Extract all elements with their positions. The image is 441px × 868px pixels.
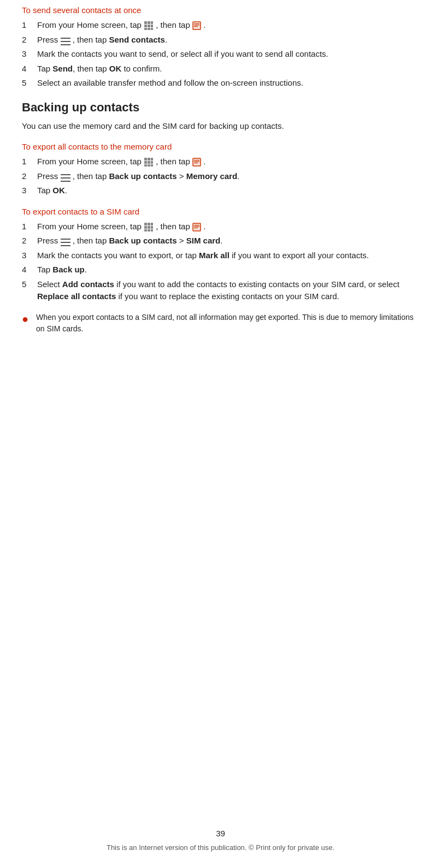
bold-text: Back up [52,265,84,274]
contacts-icon [192,223,201,231]
step-number: 2 [22,34,31,46]
svg-rect-22 [151,161,153,164]
step-text: Tap Send, then tap OK to confirm. [37,63,162,75]
svg-rect-37 [144,226,147,229]
step-number: 3 [22,249,31,262]
bold-text: Add contacts [62,280,114,289]
step-text: Press , then tap Back up contacts > Memo… [37,170,239,183]
bold-text: Send [52,64,73,73]
page-footer: 39 This is an Internet version of this p… [0,829,441,852]
svg-rect-6 [144,28,147,30]
export-sim-steps: 1 From your Home screen, tap [22,221,419,303]
menu-icon [61,173,70,181]
step-text: Mark the contacts you want to send, or s… [37,48,328,61]
list-item: 3 Mark the contacts you want to export, … [22,249,419,262]
grid-icon [144,157,154,167]
step-text: Mark the contacts you want to export, or… [37,249,369,262]
step-text: From your Home screen, tap [37,19,205,32]
note-text: When you export contacts to a SIM card, … [36,312,419,335]
backing-up-heading: Backing up contacts [22,100,419,115]
step-number: 3 [22,48,31,61]
footer-text: This is an Internet version of this publ… [107,843,334,852]
list-item: 4 Tap Send, then tap OK to confirm. [22,63,419,75]
svg-rect-42 [151,229,153,231]
step-text: Select an available transfer method and … [37,77,303,90]
list-item: 4 Tap Back up. [22,264,419,276]
svg-rect-34 [144,223,147,225]
list-item: 2 Press , then tap Back up contacts > Me… [22,170,419,183]
grid-icon [144,222,154,232]
list-item: 1 From your Home screen, tap [22,156,419,168]
svg-rect-26 [193,158,201,166]
send-contacts-section: To send several contacts at once 1 From … [22,5,419,90]
svg-rect-39 [151,226,153,229]
svg-rect-3 [144,25,147,27]
step-number: 1 [22,156,31,168]
svg-rect-8 [151,28,153,30]
svg-rect-40 [144,229,147,231]
svg-rect-36 [151,223,153,225]
list-item: 5 Select Add contacts if you want to add… [22,278,419,303]
svg-rect-41 [148,229,150,231]
backing-up-intro: You can use the memory card and the SIM … [22,120,419,133]
bold-text: OK [109,64,122,73]
list-item: 2 Press , then tap Send contacts. [22,34,419,46]
step-text: From your Home screen, tap [37,156,205,168]
step-text: From your Home screen, tap [37,221,205,233]
svg-rect-18 [148,158,150,160]
list-item: 1 From your Home screen, tap [22,19,419,32]
list-item: 3 Mark the contacts you want to send, or… [22,48,419,61]
svg-rect-35 [148,223,150,225]
svg-rect-1 [148,21,150,24]
contacts-icon [192,21,201,30]
svg-rect-43 [193,223,201,231]
svg-rect-38 [148,226,150,229]
step-number: 3 [22,185,31,197]
svg-rect-2 [151,21,153,24]
bold-text: Memory card [186,171,237,181]
note-box: ● When you export contacts to a SIM card… [22,312,419,335]
bold-text: SIM card [186,236,221,245]
bold-text: OK [52,186,65,195]
menu-icon [61,237,70,245]
svg-rect-21 [148,161,150,164]
step-text: Press , then tap Back up contacts > SIM … [37,235,222,247]
list-item: 3 Tap OK. [22,185,419,197]
svg-rect-7 [148,28,150,30]
step-number: 4 [22,264,31,276]
svg-rect-0 [144,21,147,24]
page-number: 39 [0,829,441,838]
list-item: 2 Press , then tap Back up contacts > SI… [22,235,419,247]
export-memory-steps: 1 From your Home screen, tap [22,156,419,197]
contacts-icon [192,158,201,167]
step-text: Tap Back up. [37,264,87,276]
step-text: Press , then tap Send contacts. [37,34,167,46]
send-contacts-title: To send several contacts at once [22,5,419,15]
step-number: 5 [22,278,31,303]
bold-text: Mark all [199,251,230,260]
svg-rect-19 [151,158,153,160]
step-number: 1 [22,19,31,32]
export-memory-title: To export all contacts to the memory car… [22,142,419,151]
svg-rect-9 [193,22,201,29]
svg-rect-20 [144,161,147,164]
export-sim-title: To export contacts to a SIM card [22,207,419,216]
bold-text: Send contacts [109,35,165,44]
step-number: 5 [22,77,31,90]
step-number: 2 [22,235,31,247]
page-content: To send several contacts at once 1 From … [0,0,441,384]
svg-rect-23 [144,164,147,167]
bold-text: Back up contacts [109,171,177,181]
export-memory-section: To export all contacts to the memory car… [22,142,419,197]
step-text: Select Add contacts if you want to add t… [37,278,419,303]
step-text: Tap OK. [37,185,67,197]
export-sim-section: To export contacts to a SIM card 1 From … [22,207,419,335]
svg-rect-5 [151,25,153,27]
send-contacts-steps: 1 From your Home screen, tap [22,19,419,90]
step-number: 4 [22,63,31,75]
backing-up-section: Backing up contacts You can use the memo… [22,100,419,335]
step-number: 2 [22,170,31,183]
menu-icon [61,37,70,44]
grid-icon [144,21,154,31]
list-item: 5 Select an available transfer method an… [22,77,419,90]
